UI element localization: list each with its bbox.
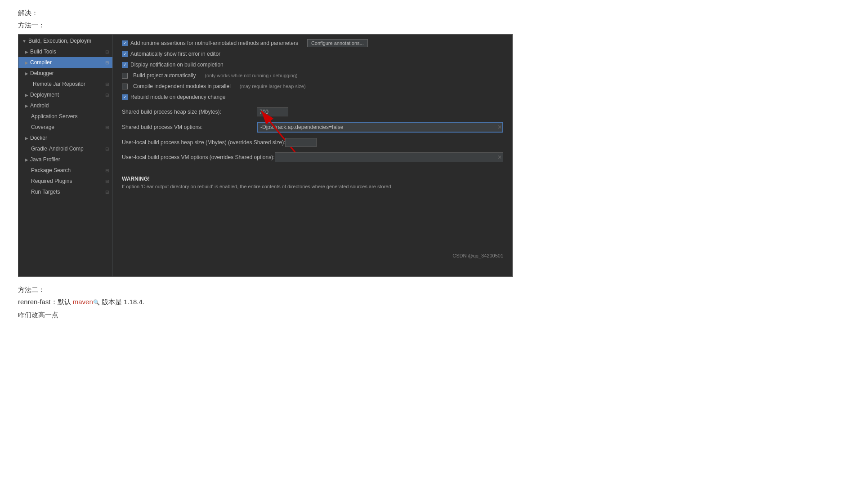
sidebar-item-label: Run Targets (31, 189, 60, 195)
heap-size-label: Shared build process heap size (Mbytes): (122, 109, 257, 115)
ide-screenshot: ▼ Build, Execution, Deploym ▶ Build Tool… (18, 34, 513, 277)
user-heap-input-wrapper (285, 138, 503, 147)
method-2-desc: renren-fast：默认 maven🔍 版本是 1.18.4. (18, 298, 850, 306)
sidebar-item-label: Gradle-Android Comp (31, 146, 84, 152)
clear-vm-options-button[interactable]: ✕ (497, 124, 502, 130)
parallel-checkbox[interactable] (122, 84, 128, 89)
show-error-checkbox-area: Automatically show first error in editor (122, 51, 220, 57)
sidebar-item-application-servers[interactable]: Application Servers (18, 111, 112, 122)
build-auto-hint: (only works while not running / debuggin… (205, 73, 297, 78)
sidebar-item-label: Remote Jar Repositor (33, 81, 85, 87)
sidebar-item-deployment[interactable]: ▶ Deployment ⊟ (18, 89, 112, 100)
sidebar-section-build[interactable]: ▼ Build, Execution, Deploym (18, 35, 112, 46)
build-auto-checkbox[interactable] (122, 73, 128, 79)
sidebar-item-java-profiler[interactable]: ▶ Java Profiler (18, 154, 112, 165)
chevron-right-icon: ▶ (25, 157, 28, 162)
heap-size-input[interactable] (257, 107, 288, 116)
sidebar-item-docker[interactable]: ▶ Docker (18, 133, 112, 143)
maven-search-icon: 🔍 (93, 299, 100, 306)
user-heap-label: User-local build process heap size (Mbyt… (122, 139, 285, 146)
settings-sidebar: ▼ Build, Execution, Deploym ▶ Build Tool… (18, 35, 113, 276)
user-heap-input[interactable] (285, 138, 317, 147)
vm-options-input-wrapper: ✕ (257, 122, 503, 133)
user-vm-input-wrapper: ✕ (275, 152, 504, 162)
sidebar-item-compiler[interactable]: ▶ Compiler ⊟ (18, 57, 112, 68)
build-auto-label: Build project automatically (133, 72, 196, 79)
sidebar-item-gradle-android[interactable]: Gradle-Android Comp ⊟ (18, 143, 112, 154)
user-vm-input[interactable] (275, 152, 504, 162)
settings-icon: ⊟ (105, 82, 109, 87)
sidebar-item-label: Required Plugins (31, 178, 72, 184)
settings-icon: ⊟ (105, 125, 109, 130)
method-1-label: 方法一： (18, 21, 850, 30)
sidebar-item-run-targets[interactable]: Run Targets ⊟ (18, 186, 112, 197)
show-error-label: Automatically show first error in editor (130, 51, 220, 57)
sidebar-item-required-plugins[interactable]: Required Plugins ⊟ (18, 176, 112, 186)
sidebar-item-label: Package Search (31, 167, 71, 173)
chevron-right-icon: ▶ (25, 103, 28, 108)
sidebar-item-label: Coverage (31, 124, 54, 130)
maven-link[interactable]: maven (73, 298, 93, 306)
notification-checkbox-area: Display notification on build completion (122, 62, 224, 68)
assertions-checkbox[interactable] (122, 40, 128, 46)
sidebar-item-coverage[interactable]: Coverage ⊟ (18, 122, 112, 133)
configure-annotations-button[interactable]: Configure annotations... (307, 39, 368, 47)
sidebar-item-label: Java Profiler (30, 156, 60, 163)
parallel-hint: (may require larger heap size) (240, 84, 306, 89)
method-2-desc-text: renren-fast：默认 (18, 298, 71, 306)
chevron-right-icon: ▶ (25, 60, 28, 65)
parallel-label: Compile independent modules in parallel (133, 83, 231, 89)
notification-checkbox[interactable] (122, 62, 128, 68)
sidebar-item-remote-jar[interactable]: Remote Jar Repositor ⊟ (18, 79, 112, 89)
rebuild-checkbox[interactable] (122, 94, 128, 100)
settings-icon: ⊟ (105, 146, 109, 151)
user-vm-row: User-local build process VM options (ove… (122, 152, 503, 162)
sidebar-item-android[interactable]: ▶ Android (18, 100, 112, 111)
assertions-checkbox-area: Add runtime assertions for notnull-annot… (122, 40, 298, 46)
sidebar-item-build-tools[interactable]: ▶ Build Tools ⊟ (18, 46, 112, 57)
sidebar-section-label: Build, Execution, Deploym (28, 38, 91, 44)
chevron-right-icon: ▶ (25, 136, 28, 141)
settings-icon: ⊟ (105, 49, 109, 54)
settings-icon: ⊟ (105, 93, 109, 98)
user-vm-label: User-local build process VM options (ove… (122, 154, 275, 160)
setting-row-parallel: Compile independent modules in parallel … (122, 83, 503, 89)
show-error-checkbox[interactable] (122, 51, 128, 57)
vm-options-label: Shared build process VM options: (122, 124, 257, 130)
build-auto-checkbox-area: Build project automatically (122, 72, 196, 79)
clear-user-vm-button[interactable]: ✕ (497, 154, 502, 160)
sidebar-item-package-search[interactable]: Package Search ⊟ (18, 165, 112, 176)
notification-label: Display notification on build completion (130, 62, 224, 68)
heap-size-row: Shared build process heap size (Mbytes): (122, 107, 503, 116)
rebuild-checkbox-area: Rebuild module on dependency change (122, 94, 226, 100)
method-2-label: 方法二： (18, 286, 850, 294)
chevron-right-icon: ▶ (25, 71, 28, 76)
sidebar-item-label: Deployment (30, 92, 59, 98)
setting-row-assertions: Add runtime assertions for notnull-annot… (122, 39, 503, 47)
settings-icon: ⊟ (105, 168, 109, 173)
watermark-text: CSDN @qq_34200501 (452, 253, 503, 258)
settings-icon: ⊟ (105, 179, 109, 184)
vm-options-input[interactable] (257, 122, 503, 133)
setting-row-show-error: Automatically show first error in editor (122, 51, 503, 57)
upgrade-text: 咋们改高一点 (18, 311, 850, 319)
sidebar-item-label: Compiler (30, 59, 52, 66)
settings-icon: ⊟ (105, 60, 109, 65)
setting-row-notification: Display notification on build completion (122, 62, 503, 68)
warning-section: WARNING! If option 'Clear output directo… (122, 176, 503, 189)
warning-title: WARNING! (122, 176, 503, 182)
settings-main-panel: Add runtime assertions for notnull-annot… (113, 35, 512, 276)
version-text: 版本是 1.18.4. (102, 298, 144, 306)
setting-row-rebuild: Rebuild module on dependency change (122, 94, 503, 100)
chevron-right-icon: ▶ (25, 93, 28, 98)
sidebar-item-label: Docker (30, 135, 47, 141)
parallel-checkbox-area: Compile independent modules in parallel (122, 83, 231, 89)
intro-label: 解决： (18, 9, 850, 18)
sidebar-item-label: Application Servers (31, 113, 77, 120)
sidebar-item-debugger[interactable]: ▶ Debugger (18, 68, 112, 79)
warning-text: If option 'Clear output directory on reb… (122, 184, 503, 189)
setting-row-build-auto: Build project automatically (only works … (122, 72, 503, 79)
rebuild-label: Rebuild module on dependency change (130, 94, 226, 100)
sidebar-item-label: Build Tools (30, 49, 56, 55)
sidebar-item-label: Android (30, 102, 49, 109)
